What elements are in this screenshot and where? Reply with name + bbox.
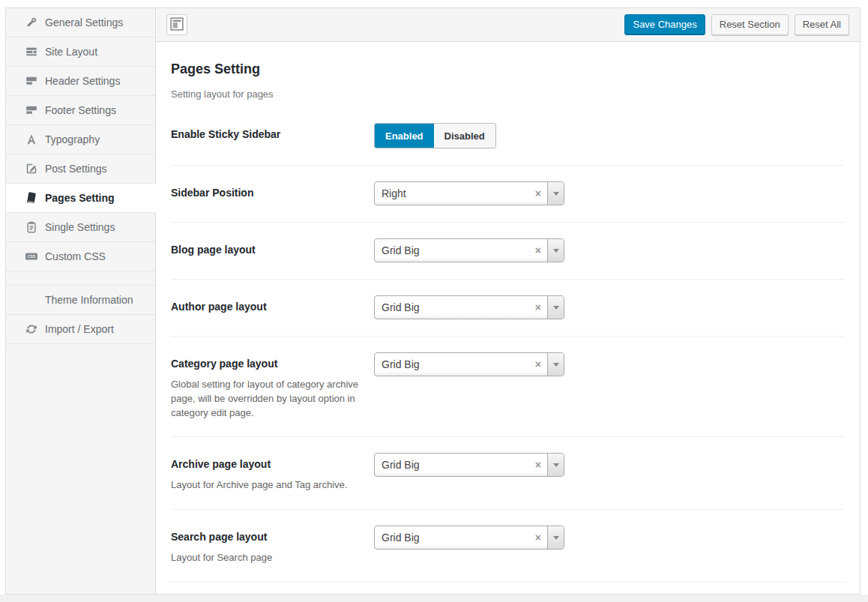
wrench-icon <box>25 16 38 29</box>
panel-layout-toggle-button[interactable] <box>166 14 187 35</box>
select-author-page-layout[interactable]: Grid Big <box>374 295 564 319</box>
fields: Enable Sticky Sidebar EnabledDisabled Si… <box>171 107 845 594</box>
sidebar-item-footer-settings[interactable]: Footer Settings <box>6 96 155 125</box>
chevron-down-icon[interactable] <box>547 526 564 549</box>
clear-icon[interactable] <box>529 188 547 199</box>
sidebar-item-label: Typography <box>45 133 100 145</box>
field-row-sidebar-position: Sidebar Position Right <box>171 166 845 223</box>
field-control: Grid Big <box>374 238 845 262</box>
chevron-down-icon[interactable] <box>547 182 564 205</box>
field-label: Category page layout <box>171 352 362 371</box>
clear-icon[interactable] <box>529 460 547 470</box>
clear-icon[interactable] <box>529 245 547 256</box>
chevron-down-icon[interactable] <box>547 353 564 376</box>
sidebar-group-divider <box>6 271 155 286</box>
select-value: Grid Big <box>375 358 529 370</box>
chevron-down-icon[interactable] <box>547 239 564 262</box>
sidebar-item-label: Theme Information <box>45 294 133 306</box>
field-label: Sidebar Position <box>171 181 362 200</box>
select-value: Grid Big <box>375 244 529 256</box>
field-label: Blog page layout <box>171 238 362 257</box>
field-row-search-page-layout: Search page layout Layout for Search pag… <box>171 510 845 583</box>
field-label: Author page layout <box>171 295 362 314</box>
field-description: Layout for Search page <box>171 551 362 565</box>
field-description: Global setting for layout of category ar… <box>171 378 362 421</box>
select-archive-page-layout[interactable]: Grid Big <box>374 453 564 477</box>
field-control: Right <box>374 181 845 205</box>
chevron-down-icon[interactable] <box>547 454 564 476</box>
sidebar-item-label: Site Layout <box>45 46 97 58</box>
reset-all-button[interactable]: Reset All <box>795 14 849 35</box>
field-row-blog-page-layout: Blog page layout Grid Big <box>171 223 845 280</box>
sidebar-item-label: General Settings <box>45 16 123 28</box>
field-row-author-page-layout: Author page layout Grid Big <box>171 280 845 337</box>
typography-icon <box>25 133 38 146</box>
book-icon <box>25 191 38 205</box>
select-sidebar-position[interactable]: Right <box>374 181 564 205</box>
field-control: Grid Big <box>374 453 845 493</box>
field-description: Layout for Archive page and Tag archive. <box>171 478 362 493</box>
field-row-enable-sticky-sidebar: Enable Sticky Sidebar EnabledDisabled <box>171 107 845 166</box>
chevron-down-icon[interactable] <box>547 296 564 319</box>
field-label: Enable Sticky Sidebar <box>171 123 362 142</box>
page-background-strip <box>0 595 868 602</box>
toggle-option-enabled-button[interactable]: Enabled <box>375 124 434 148</box>
sidebar-item-header-settings[interactable]: Header Settings <box>6 67 155 96</box>
field-row-category-page-layout: Category page layout Global setting for … <box>171 337 845 437</box>
select-value: Right <box>375 187 529 199</box>
select-blog-page-layout[interactable]: Grid Big <box>374 238 564 262</box>
select-value: Grid Big <box>375 459 529 471</box>
panel-layout-icon <box>170 17 184 33</box>
sidebar-item-label: Post Settings <box>45 163 107 175</box>
select-value: Grid Big <box>375 532 529 544</box>
svg-text:CSS: CSS <box>28 255 36 259</box>
field-label: Archive page layout <box>171 453 362 472</box>
content: Pages Setting Setting layout for pages E… <box>156 42 860 594</box>
toolbar-actions: Save Changes Reset Section Reset All <box>624 14 849 35</box>
sidebar-item-typography[interactable]: Typography <box>6 125 155 154</box>
sidebar-item-label: Pages Setting <box>45 192 115 204</box>
select-category-page-layout[interactable]: Grid Big <box>374 352 564 376</box>
sidebar-item-label: Footer Settings <box>45 104 116 116</box>
sidebar-item-single-settings[interactable]: Single Settings <box>6 213 155 242</box>
field-row-remove-pages-in-search-result: Remove Pages in Search Result yes <box>171 583 845 594</box>
sidebar-item-post-settings[interactable]: Post Settings <box>6 154 155 184</box>
field-label: Search page layout <box>171 526 362 544</box>
footer-icon <box>25 103 38 117</box>
css-icon: CSS <box>25 250 38 263</box>
sync-icon <box>25 322 38 336</box>
sidebar-item-pages-setting[interactable]: Pages Setting <box>6 184 156 213</box>
field-control: Grid Big <box>374 526 845 565</box>
sidebar-item-site-layout[interactable]: Site Layout <box>6 37 155 67</box>
sidebar-item-theme-information[interactable]: Theme Information <box>6 286 155 315</box>
field-control: Grid Big <box>374 295 845 319</box>
field-control: EnabledDisabled <box>374 123 845 148</box>
site-layout-icon <box>25 45 38 58</box>
sidebar-item-custom-css[interactable]: CSS Custom CSS <box>6 242 155 271</box>
reset-section-button[interactable]: Reset Section <box>711 14 789 35</box>
page-subtitle: Setting layout for pages <box>171 88 845 100</box>
sidebar-item-label: Header Settings <box>45 75 120 87</box>
clear-icon[interactable] <box>529 302 547 313</box>
main-area: Save Changes Reset Section Reset All Pag… <box>156 8 860 594</box>
sidebar: General Settings Site Layout Header Sett… <box>6 8 156 594</box>
header-icon <box>25 74 38 88</box>
sidebar-item-label: Custom CSS <box>45 250 106 262</box>
sidebar-item-import-export[interactable]: Import / Export <box>6 315 155 344</box>
save-changes-button[interactable]: Save Changes <box>624 14 705 35</box>
edit-icon <box>25 162 38 175</box>
toggle-group-enable-sticky-sidebar: EnabledDisabled <box>374 123 496 148</box>
select-value: Grid Big <box>375 301 529 313</box>
field-control: Grid Big <box>374 352 845 420</box>
clear-icon[interactable] <box>529 532 547 543</box>
clipboard-icon <box>25 220 38 234</box>
clear-icon[interactable] <box>529 359 547 370</box>
sidebar-item-label: Import / Export <box>45 323 114 335</box>
theme-options-panel: General Settings Site Layout Header Sett… <box>5 7 861 595</box>
select-search-page-layout[interactable]: Grid Big <box>374 526 564 550</box>
toggle-option-disabled-button[interactable]: Disabled <box>434 124 495 148</box>
sidebar-item-label: Single Settings <box>45 221 115 233</box>
sidebar-item-general-settings[interactable]: General Settings <box>6 8 155 37</box>
toolbar: Save Changes Reset Section Reset All <box>156 8 860 42</box>
page-title: Pages Setting <box>171 61 845 77</box>
